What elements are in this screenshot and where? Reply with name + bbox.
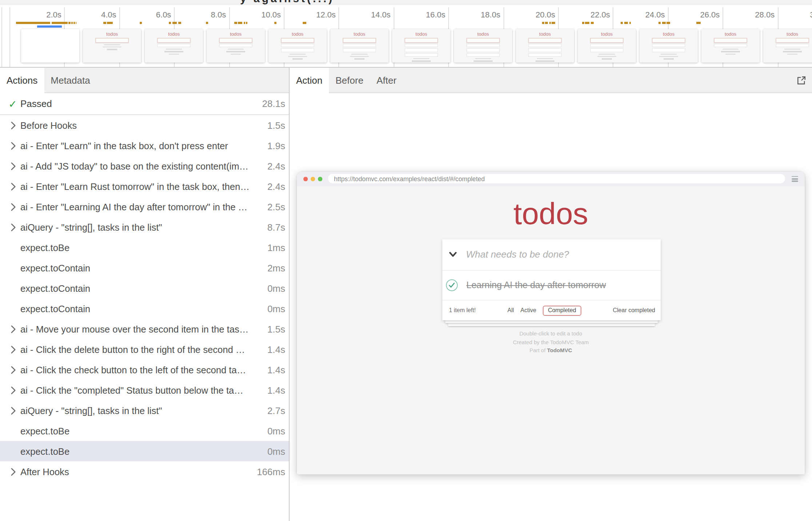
timeline-action-mark	[549, 21, 551, 24]
action-list-item[interactable]: expect.toBe0ms	[0, 441, 289, 461]
mini-input-box	[95, 37, 129, 43]
new-todo-input[interactable]: What needs to be done?	[466, 249, 569, 260]
action-label: ai - Add "JS today" to base on the exist…	[20, 160, 253, 171]
action-list-item[interactable]: ai - Enter "Learning AI the day after to…	[0, 196, 289, 217]
action-list-item[interactable]: aiQuery - "string[], tasks in the list"8…	[0, 217, 289, 237]
snapshot-area: https://todomvc.com/examples/react/dist/…	[290, 93, 812, 521]
mini-todo-row	[343, 43, 376, 47]
filmstrip-thumbnail[interactable]: todos	[330, 29, 389, 62]
filmstrip-thumbnail[interactable]: todos	[763, 29, 812, 62]
mini-input-box	[590, 37, 624, 43]
filmstrip-thumbnail[interactable]: todos	[454, 29, 512, 62]
tab-after[interactable]: After	[370, 68, 403, 92]
timeline-action-mark	[697, 21, 701, 24]
action-list-item[interactable]: expect.toContain0ms	[0, 298, 289, 319]
mini-footer-lines	[701, 49, 760, 55]
action-list-item[interactable]: ai - Move your mouse over the second ite…	[0, 319, 289, 339]
action-list-item[interactable]: ai - Click the "completed" Status button…	[0, 380, 289, 400]
browser-menu-icon[interactable]	[792, 175, 798, 183]
chevron-right-icon	[11, 386, 16, 394]
new-todo-row: What needs to be done?	[442, 239, 660, 271]
chevron-right-icon	[11, 345, 16, 353]
action-list-item[interactable]: expect.toBe1ms	[0, 237, 289, 258]
filmstrip-thumbnail[interactable]	[21, 29, 79, 62]
filmstrip-thumbnail[interactable]: todos	[516, 29, 574, 62]
todo-item: Learning AI the day after tomorrow	[442, 271, 660, 301]
timeline-tick-label: 24.0s	[624, 10, 665, 19]
expand-chevron[interactable]	[7, 325, 19, 333]
action-list-item[interactable]: ai - Click the delete button to the righ…	[0, 339, 289, 359]
filter-all[interactable]: All	[508, 307, 514, 314]
timeline-action-mark	[303, 21, 306, 24]
timeline-action-mark	[590, 21, 594, 24]
expand-chevron[interactable]	[7, 386, 19, 394]
open-snapshot-button[interactable]	[792, 68, 810, 92]
todo-item-label[interactable]: Learning AI the day after tomorrow	[466, 280, 606, 290]
mini-todo-row	[281, 48, 314, 52]
expand-chevron[interactable]	[7, 366, 19, 374]
filmstrip-thumbnail[interactable]: todos	[701, 29, 760, 62]
filmstrip-thumbnail[interactable]: todos	[268, 29, 327, 62]
expand-chevron[interactable]	[7, 182, 19, 190]
expand-chevron[interactable]	[7, 345, 19, 353]
action-list-item[interactable]: ai - Enter "Learn" in the task box, don'…	[0, 135, 289, 156]
action-list-item[interactable]: expect.toBe0ms	[0, 421, 289, 441]
mini-app-title: todos	[268, 31, 327, 36]
expand-chevron[interactable]	[7, 142, 19, 150]
timeline-action-mark	[624, 21, 628, 24]
filmstrip-thumbnail[interactable]: todos	[83, 29, 141, 62]
mini-input-box	[466, 37, 500, 43]
timeline-tick-label: 30.0s	[789, 10, 812, 19]
filmstrip-thumbnail[interactable]: todos	[207, 29, 265, 62]
timeline-gridline	[9, 7, 10, 67]
chevron-right-icon	[11, 182, 16, 190]
mini-footer-lines	[763, 49, 812, 55]
clipped-window-title: y against(...)	[240, 0, 334, 4]
action-list-item[interactable]: ai - Click the check button to the left …	[0, 359, 289, 380]
action-list-item[interactable]: expect.toContain0ms	[0, 278, 289, 298]
filmstrip-thumbnail[interactable]: todos	[640, 29, 698, 62]
expand-chevron[interactable]	[7, 162, 19, 170]
filter-completed[interactable]: Completed	[543, 305, 581, 315]
timeline-tick-label: 18.0s	[459, 10, 500, 19]
timeline-tick-label: 22.0s	[569, 10, 610, 19]
mini-todo-row	[652, 48, 685, 52]
chevron-right-icon	[11, 162, 16, 170]
filmstrip-thumbnail[interactable]: todos	[145, 29, 203, 62]
timeline-tick-label: 12.0s	[295, 10, 336, 19]
action-list-item[interactable]: expect.toContain2ms	[0, 258, 289, 278]
expand-chevron[interactable]	[7, 121, 19, 129]
tab-action[interactable]: Action	[290, 68, 329, 93]
action-list-item[interactable]: ai - Enter "Learn Rust tomorrow" in the …	[0, 176, 289, 196]
timeline-tick-label: 26.0s	[679, 10, 720, 19]
filmstrip-thumbnail[interactable]: todos	[392, 29, 450, 62]
timeline-action-mark	[73, 21, 75, 24]
toggle-all-button[interactable]	[448, 252, 458, 258]
expand-chevron[interactable]	[7, 406, 19, 414]
clear-completed-button[interactable]: Clear completed	[613, 307, 656, 314]
main-panels: Actions Metadata ✓ Passed 28.1s Before H…	[0, 68, 812, 521]
expand-chevron[interactable]	[7, 203, 19, 211]
expand-chevron[interactable]	[7, 468, 19, 476]
timeline[interactable]: 2.0s4.0s6.0s8.0s10.0s12.0s14.0s16.0s18.0…	[0, 5, 812, 68]
tab-metadata[interactable]: Metadata	[44, 68, 96, 92]
action-list-item[interactable]: Before Hooks1.5s	[0, 115, 289, 135]
filmstrip-thumbnail[interactable]: todos	[578, 29, 636, 62]
actions-list: Before Hooks1.5sai - Enter "Learn" in th…	[0, 115, 289, 521]
action-label: ai - Enter "Learn" in the task box, don'…	[20, 140, 253, 151]
info-line: Part of TodoMVC	[297, 346, 805, 355]
action-label: ai - Enter "Learn Rust tomorrow" in the …	[20, 181, 253, 192]
mini-app-title: todos	[145, 31, 203, 36]
expand-chevron[interactable]	[7, 223, 19, 231]
timeline-tick-label: 4.0s	[76, 10, 116, 19]
action-list-item[interactable]: ai - Add "JS today" to base on the exist…	[0, 156, 289, 176]
filter-active[interactable]: Active	[521, 307, 537, 314]
tab-actions[interactable]: Actions	[0, 68, 44, 93]
tab-before[interactable]: Before	[329, 68, 370, 92]
timeline-tick-label: 20.0s	[514, 10, 555, 19]
action-list-item[interactable]: After Hooks166ms	[0, 461, 289, 482]
action-list-item[interactable]: aiQuery - "string[], tasks in the list"2…	[0, 400, 289, 421]
todo-completed-check-icon[interactable]	[445, 279, 458, 292]
todomvc-link[interactable]: TodoMVC	[547, 347, 572, 354]
address-bar[interactable]: https://todomvc.com/examples/react/dist/…	[328, 174, 785, 184]
